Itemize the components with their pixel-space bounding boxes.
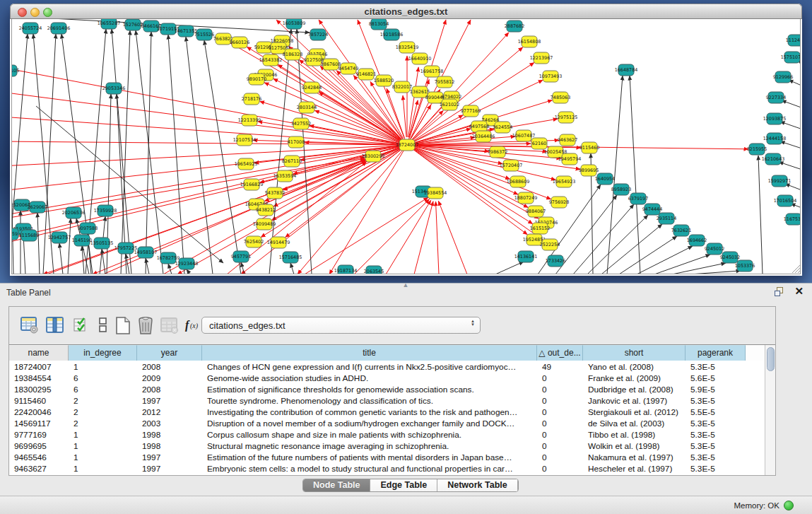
graph-node[interactable]: 24055724 [19, 23, 42, 34]
graph-edge[interactable] [495, 262, 524, 274]
graph-node[interactable]: 2935114 [657, 213, 676, 224]
graph-node[interactable]: 19218586 [380, 29, 404, 40]
graph-node[interactable]: 7632621 [671, 225, 691, 236]
table-row[interactable]: 1456911722003Disruption of a novel membe… [9, 418, 765, 429]
graph-node[interactable]: 19187134 [334, 265, 358, 274]
graph-edge[interactable] [273, 78, 400, 141]
graph-node[interactable]: 1112430 [786, 35, 801, 46]
graph-node[interactable]: 9463627 [558, 134, 577, 146]
graph-node[interactable]: 20206536 [62, 207, 86, 218]
graph-node[interactable]: 2053105 [12, 65, 19, 76]
column-header-in_degree[interactable]: in_degree [69, 345, 137, 361]
graph-node[interactable]: 7955812 [435, 76, 454, 88]
graph-node[interactable]: 9884067 [526, 206, 546, 217]
graph-node[interactable]: 14958107 [134, 247, 158, 258]
graph-edge[interactable] [290, 263, 294, 274]
graph-node[interactable]: 10655287 [98, 19, 121, 29]
tab-network-table[interactable]: Network Table [437, 479, 518, 491]
graph-edge[interactable] [37, 213, 40, 274]
graph-node[interactable]: 2887682 [505, 21, 524, 32]
graph-node[interactable]: 8958923 [611, 184, 631, 195]
graph-node[interactable]: 9129966 [773, 71, 793, 83]
graph-node[interactable]: 9438212 [256, 204, 276, 216]
graph-node[interactable]: 417008 [288, 136, 305, 148]
graph-node[interactable]: 2718176 [242, 93, 261, 105]
tab-edge-table[interactable]: Edge Table [370, 479, 437, 491]
table-row[interactable]: 1872400712008Changes of HCN gene express… [9, 361, 765, 373]
graph-edge[interactable] [690, 271, 741, 274]
graph-node[interactable]: 12975125 [555, 112, 578, 123]
new-column-icon[interactable] [112, 313, 134, 336]
graph-node[interactable]: 1588520 [374, 75, 394, 86]
graph-edge[interactable] [785, 184, 801, 194]
graph-edge[interactable] [187, 269, 190, 274]
graph-node[interactable]: 16961758 [420, 66, 444, 77]
graph-edge[interactable] [12, 158, 365, 244]
graph-node[interactable]: 9115460 [579, 142, 599, 153]
graph-node[interactable]: 7485063 [551, 92, 570, 103]
graph-node[interactable]: 16154808 [518, 36, 541, 47]
graph-node[interactable]: 5437832 [265, 187, 285, 199]
graph-node[interactable]: 1733426 [546, 255, 565, 267]
graph-node[interactable]: 15716485 [279, 252, 302, 263]
panel-resize-handle[interactable]: ▲ [400, 283, 411, 288]
graph-edge[interactable] [12, 67, 407, 145]
table-row[interactable]: 946554611997Estimation of the future num… [9, 452, 765, 463]
graph-node[interactable]: 8215955 [747, 144, 767, 155]
graph-node[interactable]: 7515526 [194, 29, 214, 40]
graph-node[interactable]: 1145190 [72, 235, 92, 246]
graph-node[interactable]: 19654925 [235, 158, 258, 170]
graph-edge[interactable] [414, 115, 464, 141]
table-row[interactable]: 1830029562008Estimation of significance … [9, 384, 765, 395]
graph-node[interactable]: 20691406 [47, 23, 71, 34]
delete-table-icon[interactable] [159, 313, 180, 336]
graph-node[interactable]: 19654923 [553, 176, 576, 187]
graph-edge[interactable] [12, 117, 407, 145]
graph-node[interactable]: 13505135 [90, 238, 114, 249]
graph-node[interactable]: 7986372 [488, 146, 507, 158]
graph-node[interactable]: 12942757 [48, 232, 71, 243]
show-columns-icon[interactable] [45, 313, 66, 336]
graph-node[interactable]: 12107534 [233, 134, 257, 146]
graph-node[interactable]: 16640910 [408, 53, 432, 64]
graph-edge[interactable] [782, 100, 801, 112]
column-header-pagerank[interactable]: pagerank [686, 345, 746, 361]
graph-node[interactable]: 17359928 [94, 205, 117, 216]
graph-edge[interactable] [168, 35, 184, 274]
row-selector-icon[interactable] [93, 313, 114, 336]
table-row[interactable]: 946362711997Embryonic stem cells: a mode… [9, 463, 765, 474]
graph-node[interactable]: 1640954 [595, 173, 615, 185]
table-row[interactable]: 969969511998Structural magnetic resonanc… [9, 440, 765, 452]
graph-node[interactable]: 9097588 [78, 223, 98, 234]
table-select-dropdown[interactable]: citations_edges.txt ▲▼ [201, 317, 481, 334]
graph-node[interactable]: 8813054 [369, 19, 389, 30]
column-header-out_de[interactable]: △ out_de... [537, 345, 583, 361]
scrollbar-thumb[interactable] [767, 347, 775, 371]
graph-node[interactable]: 16053809 [283, 19, 306, 29]
graph-edge[interactable] [409, 100, 418, 138]
graph-node[interactable]: 29053346 [102, 83, 126, 94]
graph-node[interactable]: 2629067 [28, 201, 47, 213]
column-header-title[interactable]: title [202, 345, 537, 361]
graph-node[interactable]: 1527602 [123, 19, 143, 30]
graph-node[interactable]: 12213967 [530, 52, 553, 64]
graph-node[interactable]: 2803144 [297, 102, 317, 113]
graph-node[interactable]: 1615152 [530, 223, 550, 234]
column-checklist-icon[interactable] [71, 313, 93, 336]
graph-edge[interactable] [637, 246, 693, 274]
graph-node[interactable]: 14136141 [514, 251, 538, 262]
graph-edge[interactable] [436, 201, 439, 274]
graph-edge[interactable] [146, 32, 151, 274]
graph-edge[interactable] [654, 255, 710, 274]
graph-node[interactable]: 2063545 [364, 266, 384, 274]
graph-node[interactable]: 9245012 [705, 243, 724, 255]
graph-node[interactable]: 18325419 [396, 42, 419, 53]
graph-node[interactable]: 9899695 [579, 165, 599, 176]
graph-node[interactable]: 3624554 [493, 122, 512, 133]
graph-node[interactable]: 19166829 [240, 179, 264, 190]
graph-node[interactable]: 9245032 [720, 252, 740, 263]
graph-node[interactable]: 15751074 [781, 52, 801, 63]
table-vertical-scrollbar[interactable] [765, 345, 775, 475]
graph-node[interactable]: 1621022 [440, 99, 459, 110]
graph-edge[interactable] [403, 95, 406, 137]
